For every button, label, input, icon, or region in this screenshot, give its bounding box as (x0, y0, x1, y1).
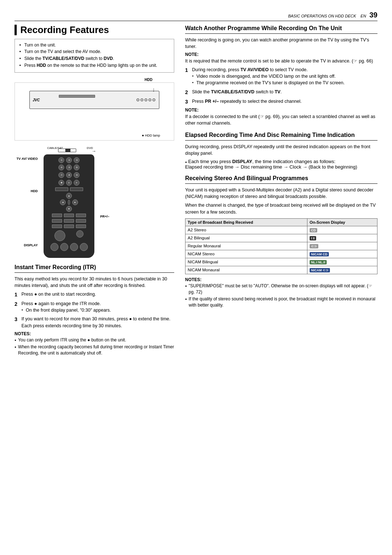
watch-step-3: 3 Press PR +/– repeatedly to select the … (185, 98, 377, 105)
stereo-title: Receiving Stereo And Bilingual Programme… (185, 175, 377, 184)
watch-step-1-sub-2: The programme received on the TV's tuner… (192, 80, 377, 86)
btn-star: ✱ (58, 180, 64, 186)
btn-wide-1 (55, 187, 68, 191)
btn-big-1 (54, 230, 65, 241)
right-column: Watch Another Programme While Recording … (185, 25, 377, 357)
stereo-notes: NOTES: ● "SUPERIMPOSE" must be set to "A… (185, 277, 377, 308)
watch-note-label: NOTE: (185, 52, 377, 57)
btn-ffwd (76, 214, 86, 217)
hdd-arrow: ↓ (152, 86, 155, 93)
btn-m1 (52, 224, 62, 228)
itr-note-2: ● When the recording capacity becomes fu… (15, 344, 174, 356)
watch-title: Watch Another Programme While Recording … (185, 25, 377, 34)
broadcast-row-5: NICAM MonauralNICAM ⊂⊃ (185, 266, 377, 274)
btn-6: ⑥ (74, 165, 79, 170)
itr-step-1: 1 Press ● on the unit to start recording… (15, 291, 174, 298)
btn-2: ② (66, 157, 72, 163)
device-controls (136, 98, 155, 101)
watch-step-1: 1 During recording, press TV AV/VIDEO to… (185, 66, 377, 86)
main-title: Recording Features (15, 25, 174, 35)
btn-m3 (76, 224, 86, 228)
dpad-up: ▲ (66, 193, 72, 199)
watch-note2-label: NOTE: (185, 108, 377, 113)
btn-3: ③ (74, 157, 79, 163)
lang: EN (360, 14, 366, 18)
btn-big-3 (50, 243, 58, 251)
more-buttons-row-1 (47, 224, 91, 228)
btn-play (64, 214, 74, 217)
dpad-left: ◄ (60, 199, 66, 205)
broadcast-type-1: A2 Bilingual (185, 234, 307, 242)
bottom-buttons (47, 230, 91, 241)
btn-wide-2 (70, 187, 83, 191)
dpad-down: ▼ (66, 206, 72, 212)
remote-dpad: ▲ ◄ ► ▼ (60, 193, 78, 212)
btn-7: ⑦ (58, 172, 64, 178)
broadcast-type-0: A2 Stereo (185, 226, 307, 234)
hdd-label: HDD (15, 78, 174, 82)
broadcast-type-3: NICAM Stereo (185, 250, 307, 258)
broadcast-row-4: NICAM BilingualNL.I NL.II (185, 258, 377, 266)
itr-notes-label: NOTES: (15, 331, 174, 336)
btn-1: ① (58, 157, 64, 163)
broadcast-row-0: A2 StereoCD (185, 226, 377, 234)
btn-4: ④ (58, 165, 64, 170)
broadcast-row-1: A2 BilingualI II (185, 234, 377, 242)
remote-top-labels: CABLE/SAT TV DVD → (40, 146, 98, 154)
btn-next (76, 219, 86, 223)
broadcast-display-0: CD (307, 226, 377, 234)
broadcast-display-1: I II (307, 234, 377, 242)
btn-spacer (67, 230, 74, 241)
col2-header: On-Screen Display (307, 218, 377, 226)
watch-note2-text: If a decoder is connected to the unit (☞… (185, 113, 377, 126)
broadcast-type-5: NICAM Monaural (185, 266, 307, 274)
tv-av-video-label: TV AV/ VIDEO (15, 157, 38, 161)
btn-m2 (64, 224, 74, 228)
broadcast-type-2: Regular Monaural (185, 242, 307, 250)
watch-description: While recording is going on, you can wat… (185, 37, 377, 50)
broadcast-display-3: NICAM CD (307, 250, 377, 258)
transport-row-1 (47, 214, 91, 217)
broadcast-type-4: NICAM Bilingual (185, 258, 307, 266)
stereo-note-1: ● "SUPERIMPOSE" must be set to "AUTO". O… (185, 283, 377, 295)
hdd-lamp-text: ● HDD lamp (142, 133, 160, 137)
watch-step-1-sub-1: Video mode is disengaged, and the VIDEO … (192, 73, 377, 80)
setup-bullet-2: Turn on the TV and select the AV mode. (19, 49, 170, 55)
remote-diagram-wrapper: TV AV/ VIDEO HDD DISPLAY CABLE/SAT TV DV… (15, 146, 174, 258)
bottom-buttons-2 (47, 243, 91, 251)
page-header: BASIC OPERATIONS ON HDD DECK EN 39 (15, 11, 377, 21)
itr-step-3: 3 If you want to record for more than 30… (15, 316, 174, 329)
btn-8: ⑧ (66, 172, 72, 178)
setup-bullet-1: Turn on the unit. (19, 42, 170, 48)
broadcast-display-5: NICAM ⊂⊃ (307, 266, 377, 274)
device-diagram-container: HDD JVC ↓ ● HDD lamp (15, 78, 174, 141)
watch-step-2: 2 Slide the TV/CABLE/SAT/DVD switch to T… (185, 89, 377, 96)
itr-note-1: ● You can only perform ITR using the ● b… (15, 337, 174, 343)
dpad-center (68, 200, 70, 205)
btn-9: ⑨ (74, 172, 79, 178)
remote-top-buttons: ① ② ③ (47, 157, 91, 163)
elapsed-sequence: Elapsed recording time → Disc remaining … (185, 164, 357, 170)
stereo-desc-1: Your unit is equipped with a Sound-Multi… (185, 187, 377, 200)
section-title: BASIC OPERATIONS ON HDD DECK (288, 14, 356, 18)
btn-big-6 (80, 243, 88, 251)
elapsed-bullet: ● Each time you press DISPLAY, the time … (185, 159, 377, 170)
remote-wide-row-1 (47, 187, 91, 191)
remote-btn-row-3: ⑦ ⑧ ⑨ (47, 172, 91, 178)
elapsed-description: During recording, press DISPLAY repeated… (185, 143, 377, 157)
setup-bullets: Turn on the unit. Turn on the TV and sel… (15, 39, 174, 73)
broadcast-table: Type of Broadcast Being Received On-Scre… (185, 218, 377, 274)
broadcast-row-3: NICAM StereoNICAM CD (185, 250, 377, 258)
dpad-right: ► (72, 199, 78, 205)
pr-plus-minus-label: PR+/– (100, 215, 118, 218)
page-number: 39 (369, 11, 377, 19)
hdd-remote-label: HDD (15, 189, 38, 193)
itr-notes: NOTES: ● You can only perform ITR using … (15, 331, 174, 356)
jvc-label: JVC (33, 98, 40, 102)
broadcast-display-4: NL.I NL.II (307, 258, 377, 266)
btn-big-2 (76, 230, 83, 238)
broadcast-display-2: ⊂⊃ (307, 242, 377, 250)
btn-big-5 (70, 243, 78, 251)
setup-bullet-3: Slide the TV/CABLE/SAT/DVD switch to DVD… (19, 56, 170, 62)
display-label: DISPLAY (15, 243, 38, 247)
